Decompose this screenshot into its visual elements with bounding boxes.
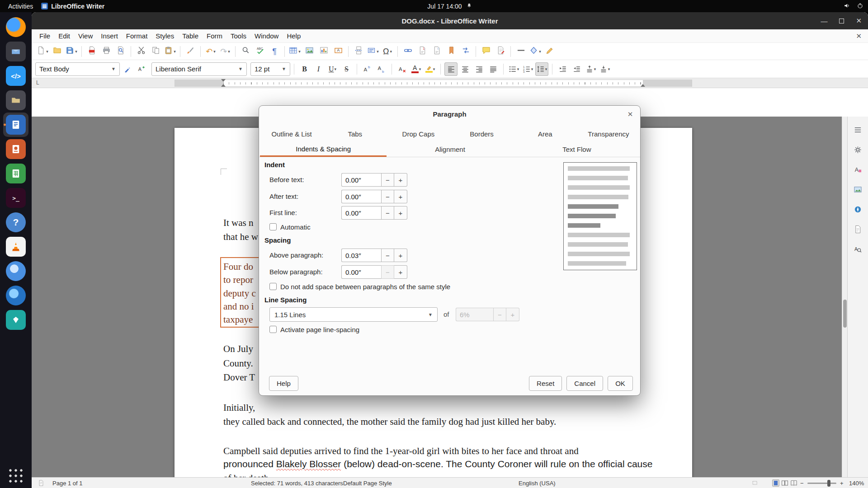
after-text-input[interactable]	[341, 190, 381, 203]
paragraph-style-combo[interactable]: Text Body▼	[35, 62, 120, 76]
styles-button[interactable]: A	[851, 163, 865, 176]
find-replace-button[interactable]	[238, 44, 253, 59]
insert-hyperlink-button[interactable]	[401, 44, 415, 59]
clear-formatting-button[interactable]: A	[396, 62, 409, 76]
increase-indent-button[interactable]	[556, 62, 569, 76]
page-line-spacing-checkbox[interactable]	[269, 326, 277, 333]
font-color-button[interactable]: A ▾	[410, 62, 423, 76]
unordered-list-button[interactable]: ▾	[507, 62, 520, 76]
ordered-list-button[interactable]: 1.2.3. ▾	[521, 62, 534, 76]
dialog-tab-outline-list[interactable]: Outline & List	[260, 127, 323, 141]
dock-files[interactable]	[3, 88, 28, 113]
right-indent-marker[interactable]	[641, 84, 645, 87]
bold-button[interactable]: B	[298, 62, 311, 76]
before-text-increase-button[interactable]: +	[394, 173, 407, 187]
reset-button[interactable]: Reset	[529, 376, 562, 391]
underline-button[interactable]: U▾	[326, 62, 339, 76]
insert-image-button[interactable]	[302, 44, 316, 59]
page-line-spacing-checkbox-row[interactable]: Activate page line-spacing	[269, 325, 359, 334]
decrease-paragraph-spacing-button[interactable]: ▾	[598, 62, 611, 76]
page-count[interactable]: Page 1 of 1	[52, 478, 83, 488]
menu-format[interactable]: Format	[122, 30, 152, 42]
line-spacing-value-decrease-button[interactable]: −	[493, 308, 506, 321]
dock-libreoffice-impress[interactable]	[3, 137, 28, 161]
dialog-tab-borders[interactable]: Borders	[450, 127, 514, 141]
maximize-button[interactable]	[839, 19, 844, 23]
insert-bookmark-button[interactable]	[444, 44, 458, 59]
insert-table-button[interactable]: ▾	[288, 44, 302, 59]
no-space-checkbox-row[interactable]: Do not add space between paragraphs of t…	[269, 282, 450, 291]
menu-tools[interactable]: Tools	[226, 30, 250, 42]
style-inspector-button[interactable]: A	[851, 242, 865, 256]
open-button[interactable]	[50, 44, 64, 59]
dock-firefox[interactable]	[3, 15, 28, 39]
sidebar-settings-button[interactable]	[851, 123, 865, 136]
dock-chromium[interactable]	[3, 259, 28, 283]
strikethrough-button[interactable]: S	[340, 62, 353, 76]
dock-thunderbird[interactable]	[3, 39, 28, 64]
update-style-button[interactable]	[121, 62, 134, 76]
line-spacing-dropdown[interactable]: 1.15 Lines ▼	[269, 307, 438, 322]
first-line-indent-marker[interactable]	[221, 79, 226, 82]
navigator-button[interactable]	[851, 202, 865, 216]
print-preview-button[interactable]	[113, 44, 128, 59]
zoom-out-button[interactable]: −	[800, 478, 804, 488]
dialog-tab-alignment[interactable]: Alignment	[387, 142, 513, 157]
dock-jetbrains-ide[interactable]	[3, 283, 28, 308]
dock-libreoffice-writer[interactable]	[3, 113, 28, 137]
dock-vscode[interactable]: </>	[3, 64, 28, 88]
left-indent-marker[interactable]	[221, 84, 226, 87]
print-button[interactable]	[99, 44, 113, 59]
automatic-checkbox-row[interactable]: Automatic	[269, 222, 311, 231]
zoom-slider-thumb[interactable]	[827, 480, 830, 487]
new-style-button[interactable]: A	[135, 62, 148, 76]
superscript-button[interactable]: Ab	[361, 62, 374, 76]
close-document-icon[interactable]: ✕	[856, 32, 862, 40]
new-document-button[interactable]: ▾	[35, 44, 50, 59]
line-spacing-button[interactable]: ▾	[535, 62, 548, 76]
automatic-checkbox[interactable]	[269, 223, 277, 230]
activities-button[interactable]: Activities	[8, 3, 33, 10]
zoom-level[interactable]: 140%	[849, 478, 864, 488]
power-icon[interactable]	[857, 2, 863, 10]
decrease-indent-button[interactable]	[570, 62, 583, 76]
below-paragraph-decrease-button[interactable]: −	[381, 265, 394, 279]
below-paragraph-input[interactable]	[341, 265, 381, 279]
first-line-input[interactable]	[341, 206, 381, 220]
dock-help[interactable]: ?	[3, 210, 28, 235]
italic-button[interactable]: I	[312, 62, 325, 76]
dock-terminal[interactable]: >_	[3, 186, 28, 210]
after-text-increase-button[interactable]: +	[394, 190, 407, 203]
menu-file[interactable]: File	[35, 30, 54, 42]
cut-button[interactable]	[134, 44, 148, 59]
line-spacing-value-increase-button[interactable]: +	[506, 308, 519, 321]
properties-button[interactable]	[851, 143, 865, 156]
basic-shapes-button[interactable]: ▾	[528, 44, 542, 59]
close-button[interactable]: ✕	[856, 17, 862, 25]
spelling-button[interactable]: ABC	[253, 44, 267, 59]
book-view-button[interactable]	[790, 479, 797, 487]
window-titlebar[interactable]: DOG.docx - LibreOffice Writer — ✕	[32, 12, 868, 29]
menu-view[interactable]: View	[74, 30, 97, 42]
dialog-tab-indents-spacing[interactable]: Indents & Spacing	[260, 142, 387, 157]
above-paragraph-input[interactable]	[341, 249, 381, 262]
font-size-combo[interactable]: 12 pt▼	[250, 62, 290, 76]
copy-button[interactable]	[148, 44, 163, 59]
before-text-input[interactable]	[341, 173, 381, 187]
paste-button[interactable]: ▾	[163, 44, 177, 59]
dialog-tab-tabs[interactable]: Tabs	[323, 127, 387, 141]
menu-window[interactable]: Window	[250, 30, 283, 42]
align-center-button[interactable]	[458, 62, 472, 76]
clone-formatting-button[interactable]	[183, 44, 198, 59]
clock[interactable]: Jul 17 14:00	[427, 3, 462, 10]
dialog-tab-area[interactable]: Area	[514, 127, 577, 141]
justify-button[interactable]	[486, 62, 500, 76]
insert-chart-button[interactable]	[316, 44, 331, 59]
subscript-button[interactable]: Ab	[375, 62, 388, 76]
menu-form[interactable]: Form	[203, 30, 226, 42]
above-paragraph-increase-button[interactable]: +	[394, 249, 407, 262]
focused-app-menu[interactable]: LibreOffice Writer	[41, 3, 104, 10]
scrollbar-thumb[interactable]	[843, 300, 847, 328]
insert-footnote-button[interactable]: 1	[415, 44, 429, 59]
page-panel-button[interactable]	[851, 222, 865, 236]
